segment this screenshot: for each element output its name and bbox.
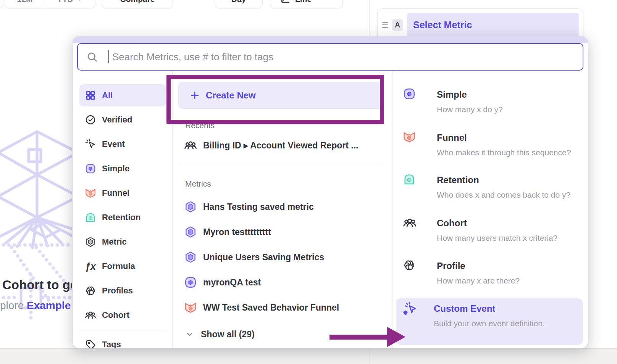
- metric-hexagon-icon: [184, 200, 197, 213]
- metric-list-item[interactable]: WW Test Saved Behavior Funnel: [184, 298, 392, 317]
- formula-icon: ƒx: [85, 261, 96, 272]
- custom-event-icon: [403, 302, 417, 317]
- sidebar-item-label: Tags: [102, 340, 121, 348]
- toolbar-edge-button[interactable]: [0, 0, 3, 8]
- sidebar-item-label: Formula: [102, 261, 135, 271]
- page-bottom-strip: [0, 348, 617, 364]
- cohort-icon: [184, 139, 197, 152]
- type-custom-event[interactable]: Custom Event Build your own event defini…: [396, 298, 583, 345]
- type-title: Retention: [437, 174, 588, 186]
- type-description: How many x are there?: [437, 275, 588, 286]
- type-retention[interactable]: Retention Who does x and comes back to d…: [393, 170, 588, 200]
- cohort-icon: [403, 216, 417, 230]
- metric-item-label: WW Test Saved Behavior Funnel: [203, 303, 339, 313]
- type-title: Profile: [437, 260, 588, 272]
- verified-icon: [85, 114, 96, 126]
- range-ytd-button[interactable]: YTD: [45, 0, 95, 8]
- metrics-section-label: Metrics: [185, 179, 392, 188]
- sidebar-item-verified[interactable]: Verified: [79, 110, 166, 129]
- sidebar-item-label: Metric: [102, 237, 127, 247]
- sidebar-item-metric[interactable]: Metric: [79, 232, 166, 251]
- search-icon: [86, 51, 98, 63]
- event-icon: [85, 139, 96, 150]
- type-cohort[interactable]: Cohort How many users match x criteria?: [393, 213, 588, 243]
- annotation-highlight-box: [166, 75, 384, 124]
- sidebar-item-label: Cohort: [102, 310, 129, 320]
- line-chart-type-button[interactable]: Line: [270, 0, 343, 8]
- explore-text: xplore: [0, 300, 27, 311]
- metric-item-label: myronQA test: [203, 277, 261, 288]
- type-title: Funnel: [437, 132, 588, 143]
- simple-icon: [184, 276, 197, 289]
- sidebar-item-label: Verified: [102, 115, 132, 125]
- sidebar-item-label: Retention: [102, 213, 141, 222]
- day-label: Day: [231, 0, 246, 4]
- metric-icon: [85, 236, 96, 248]
- simple-icon: [85, 163, 96, 174]
- simple-icon: [403, 87, 416, 100]
- recent-item-label: Billing ID ▸ Account Viewed Report ...: [203, 140, 358, 151]
- type-title: Simple: [437, 89, 588, 100]
- metric-list-item[interactable]: Unique Users Saving Metrics: [184, 247, 392, 267]
- search-box: [77, 43, 583, 71]
- metric-list-item[interactable]: myronQA test: [184, 272, 392, 292]
- type-title: Custom Event: [434, 303, 583, 314]
- sidebar-item-event[interactable]: Event: [79, 135, 166, 154]
- background-explore-line: xplore Example R: [0, 300, 76, 312]
- sidebar-item-all[interactable]: All: [79, 84, 166, 106]
- sidebar-item-label: Funnel: [102, 188, 129, 198]
- cohort-icon: [85, 309, 96, 321]
- metric-item-label: Unique Users Saving Metrics: [203, 252, 324, 263]
- sidebar-item-funnel[interactable]: Funnel: [79, 184, 166, 203]
- search-focus-halo: [73, 36, 588, 43]
- recent-item[interactable]: Billing ID ▸ Account Viewed Report ...: [184, 136, 392, 155]
- metric-item-label: Myron testtttttttt: [203, 227, 271, 237]
- type-description: Who does x and comes back to do y?: [437, 190, 588, 200]
- profile-icon: [403, 259, 416, 272]
- metric-item-label: Hans Testing saved metric: [203, 202, 314, 212]
- funnel-icon: [403, 130, 416, 143]
- drag-handle-icon[interactable]: [382, 22, 388, 27]
- compare-button[interactable]: Compare: [102, 0, 173, 8]
- sidebar-item-cohort[interactable]: Cohort: [79, 306, 166, 325]
- select-metric-field[interactable]: Select Metric: [407, 13, 579, 37]
- example-link[interactable]: Example R: [27, 300, 76, 311]
- type-simple[interactable]: Simple How many x do y?: [393, 84, 588, 115]
- sidebar-item-formula[interactable]: ƒx Formula: [79, 257, 166, 276]
- grid-icon: [85, 90, 96, 101]
- type-description: How many users match x criteria?: [437, 233, 588, 243]
- metric-list-item[interactable]: Hans Testing saved metric: [184, 197, 392, 217]
- funnel-icon: [85, 187, 96, 199]
- annotation-arrow-head: [387, 327, 405, 347]
- retention-icon: [403, 173, 416, 186]
- section-divider: [179, 164, 383, 164]
- sidebar-item-label: Profiles: [102, 286, 133, 296]
- annotation-arrow: [329, 327, 406, 347]
- day-button[interactable]: Day: [215, 0, 263, 8]
- sidebar-item-retention[interactable]: Retention: [79, 208, 166, 227]
- sidebar-item-tags[interactable]: Tags: [79, 335, 166, 348]
- sidebar-item-simple[interactable]: Simple: [79, 159, 166, 178]
- sidebar-item-label: All: [102, 90, 113, 100]
- type-title: Cohort: [437, 217, 588, 229]
- search-input[interactable]: [109, 51, 583, 63]
- tag-icon: [85, 339, 96, 348]
- line-chart-icon: [280, 0, 290, 4]
- type-description: Who makes it through this sequence?: [437, 147, 588, 158]
- sidebar-item-label: Event: [102, 139, 125, 149]
- show-all-label: Show all (29): [201, 329, 255, 340]
- type-funnel[interactable]: Funnel Who makes it through this sequenc…: [393, 127, 588, 158]
- annotation-arrow-shaft: [329, 335, 388, 340]
- sidebar-item-profiles[interactable]: Profiles: [79, 281, 166, 300]
- compare-label: Compare: [120, 0, 155, 4]
- metric-list-item[interactable]: Myron testtttttttt: [184, 222, 392, 242]
- profiles-icon: [85, 285, 96, 296]
- select-metric-label: Select Metric: [413, 19, 472, 31]
- funnel-icon: [184, 301, 197, 314]
- range-12m-button[interactable]: 12M: [5, 0, 45, 8]
- type-description: Build your own event definition.: [434, 318, 583, 329]
- sidebar-item-label: Simple: [102, 164, 129, 174]
- filter-sidebar: All Verified Event Simple Funnel Retenti…: [73, 71, 173, 348]
- type-profile[interactable]: Profile How many x are there?: [393, 256, 588, 286]
- sidebar-divider: [79, 330, 166, 330]
